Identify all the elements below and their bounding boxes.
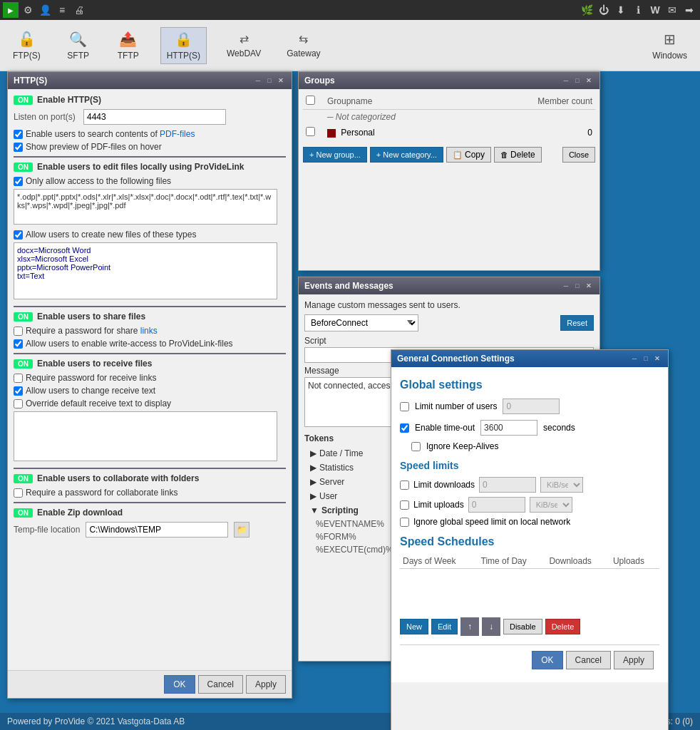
- gcs-cancel-button[interactable]: Cancel: [566, 651, 611, 669]
- require-pw-collaborate-checkbox[interactable]: [14, 488, 23, 498]
- proto-ftp[interactable]: 🔓 FTP(S): [7, 28, 46, 63]
- downloads-unit-select[interactable]: KiB/sec.: [540, 477, 583, 493]
- listen-port-input[interactable]: [83, 109, 226, 125]
- schedule-new-button[interactable]: New: [400, 619, 428, 634]
- leaf-icon[interactable]: 🌿: [579, 2, 595, 18]
- browse-button[interactable]: 📁: [234, 522, 249, 538]
- pdf-preview-checkbox[interactable]: [14, 143, 23, 152]
- http-apply-button[interactable]: Apply: [246, 675, 286, 694]
- gcs-close-button[interactable]: ✕: [652, 354, 662, 364]
- uploads-col: Uploads: [610, 554, 659, 569]
- events-panel-header: Events and Messages ─ □ ✕: [299, 277, 599, 294]
- proto-sftp[interactable]: 🔍 SFTP: [61, 28, 96, 63]
- groups-maximize-button[interactable]: □: [572, 76, 582, 86]
- info-icon[interactable]: ℹ: [630, 2, 646, 18]
- arrow-right-icon[interactable]: ➡: [681, 2, 697, 18]
- file-types-textarea[interactable]: *.odp|*.ppt|*.pptx|*.ods|*.xlr|*.xls|*.x…: [14, 189, 277, 225]
- groups-minimize-button[interactable]: ─: [561, 76, 571, 86]
- share-toggle[interactable]: ON: [14, 312, 33, 322]
- close-button[interactable]: ✕: [276, 76, 286, 86]
- play-icon[interactable]: ▶: [3, 2, 19, 18]
- http-toggle[interactable]: ON: [14, 96, 33, 105]
- minimize-button[interactable]: ─: [253, 76, 263, 86]
- events-maximize-button[interactable]: □: [572, 281, 582, 291]
- schedule-disable-button[interactable]: Disable: [503, 619, 542, 634]
- schedule-up-button[interactable]: ↑: [460, 617, 479, 636]
- token-server-arrow: ▶: [310, 477, 316, 487]
- temp-file-input[interactable]: [86, 522, 228, 538]
- ignore-global-checkbox[interactable]: [400, 518, 409, 527]
- groups-select-all-checkbox[interactable]: [306, 96, 315, 105]
- require-pw-receive-checkbox[interactable]: [14, 374, 23, 383]
- event-type-select[interactable]: BeforeConnect: [304, 314, 418, 331]
- download-icon[interactable]: ⬇: [613, 2, 629, 18]
- proto-tftp[interactable]: 📤 TFTP: [110, 28, 146, 63]
- http-cancel-button[interactable]: Cancel: [198, 675, 243, 694]
- new-group-button[interactable]: + New group...: [303, 147, 367, 163]
- receive-toggle[interactable]: ON: [14, 359, 33, 369]
- power-icon[interactable]: ⏻: [596, 2, 612, 18]
- enable-timeout-checkbox[interactable]: [400, 423, 409, 433]
- gcs-minimize-button[interactable]: ─: [629, 354, 639, 364]
- protocol-bar: 🔓 FTP(S) 🔍 SFTP 📤 TFTP 🔒 HTTP(S) ⇄ WebDA…: [0, 20, 700, 71]
- personal-member-count: 0: [451, 125, 595, 141]
- copy-button[interactable]: 📋 Copy: [446, 147, 491, 163]
- require-pw-collaborate-label: Require a password for collaborate links: [26, 488, 177, 498]
- new-category-button[interactable]: + New category...: [370, 147, 443, 163]
- events-minimize-button[interactable]: ─: [561, 281, 571, 291]
- gcs-maximize-button[interactable]: □: [641, 354, 651, 364]
- schedule-delete-button[interactable]: Delete: [545, 619, 581, 634]
- collaborate-toggle[interactable]: ON: [14, 474, 33, 483]
- only-allow-checkbox[interactable]: [14, 177, 23, 186]
- webdav-label: WebDAV: [227, 48, 261, 58]
- zip-toggle[interactable]: ON: [14, 508, 33, 518]
- gcs-ok-button[interactable]: OK: [532, 651, 562, 669]
- users-icon[interactable]: 👤: [37, 2, 53, 18]
- mail-icon[interactable]: ✉: [664, 2, 680, 18]
- group-color-icon: [327, 129, 336, 138]
- timeout-input[interactable]: [480, 420, 537, 436]
- proto-webdav[interactable]: ⇄ WebDAV: [221, 29, 267, 61]
- http-ok-button[interactable]: OK: [164, 675, 195, 694]
- share-links[interactable]: links: [140, 326, 158, 336]
- require-pw-share-checkbox[interactable]: [14, 327, 23, 336]
- override-receive-checkbox[interactable]: [14, 399, 23, 408]
- wiki-icon[interactable]: W: [647, 2, 663, 18]
- print-icon[interactable]: 🖨: [71, 2, 87, 18]
- pdf-search-checkbox[interactable]: [14, 130, 23, 139]
- proto-windows[interactable]: ⊞ Windows: [647, 28, 693, 63]
- http-panel-header: HTTP(S) ─ □ ✕: [8, 72, 292, 89]
- receive-text-textarea[interactable]: [14, 411, 277, 461]
- groups-close-button[interactable]: ✕: [584, 76, 594, 86]
- close-groups-button[interactable]: Close: [562, 147, 595, 163]
- ignore-keepalives-checkbox[interactable]: [411, 442, 421, 451]
- events-close-button[interactable]: ✕: [584, 281, 594, 291]
- gcs-apply-button[interactable]: Apply: [614, 651, 654, 669]
- edit-toggle[interactable]: ON: [14, 163, 33, 172]
- not-categorized-row: ─ Not categorized: [303, 110, 595, 125]
- windows-panel[interactable]: ⊞ Windows: [647, 28, 693, 63]
- not-categorized-label: Not categorized: [336, 112, 396, 122]
- allow-write-checkbox[interactable]: [14, 339, 23, 349]
- limit-downloads-checkbox[interactable]: [400, 480, 409, 490]
- pdf-search-label: Enable users to search contents of PDF-f…: [26, 129, 195, 139]
- list-icon[interactable]: ≡: [54, 2, 70, 18]
- schedule-down-button[interactable]: ↓: [482, 617, 500, 636]
- uploads-unit-select[interactable]: KiB/sec.: [530, 497, 572, 513]
- delete-group-button[interactable]: 🗑 Delete: [494, 147, 542, 163]
- new-file-types-textarea[interactable]: docx=Microsoft Word xlsx=Microsoft Excel…: [14, 242, 277, 299]
- reset-button[interactable]: Reset: [560, 315, 594, 331]
- allow-change-receive-checkbox[interactable]: [14, 386, 23, 396]
- gear-icon[interactable]: ⚙: [20, 2, 36, 18]
- limit-uploads-checkbox[interactable]: [400, 500, 409, 510]
- personal-checkbox[interactable]: [306, 127, 315, 136]
- schedule-edit-button[interactable]: Edit: [431, 619, 458, 634]
- maximize-button[interactable]: □: [264, 76, 274, 86]
- pdf-link[interactable]: PDF-files: [160, 129, 195, 139]
- limit-users-checkbox[interactable]: [400, 402, 409, 411]
- proto-gateway[interactable]: ⇆ Gateway: [281, 29, 326, 61]
- allow-create-checkbox[interactable]: [14, 230, 23, 240]
- proto-https[interactable]: 🔒 HTTP(S): [160, 27, 207, 64]
- divider4: [14, 468, 286, 469]
- token-user-arrow: ▶: [310, 491, 316, 501]
